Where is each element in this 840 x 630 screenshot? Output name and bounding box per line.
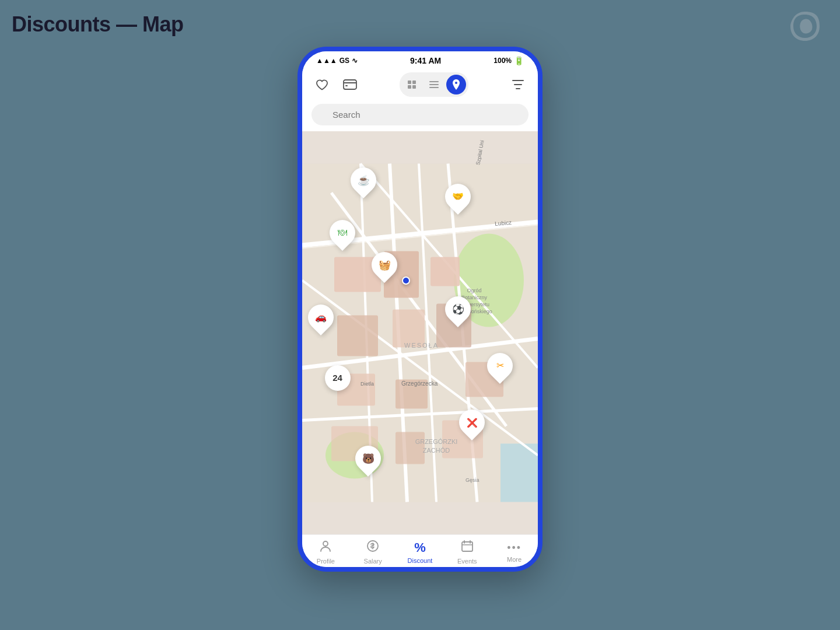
map-pin-food[interactable]: 🍽 xyxy=(330,220,355,246)
map-pin-coffee[interactable]: ☕ xyxy=(351,167,376,193)
svg-point-10 xyxy=(455,82,457,84)
map-pin-car[interactable]: 🚗 xyxy=(308,304,334,330)
svg-rect-5 xyxy=(408,85,411,89)
svg-rect-6 xyxy=(412,85,416,89)
list-view-button[interactable] xyxy=(424,75,444,94)
view-toggle-group xyxy=(400,72,468,97)
map-view-button[interactable] xyxy=(446,75,466,94)
map-view[interactable]: Lubicz Lubicz Szpital Uni Dietla Grzegór… xyxy=(302,131,538,534)
phone-frame: ▲▲▲ GS ∿ 9:41 AM 100% 🔋 xyxy=(298,47,542,572)
search-input[interactable] xyxy=(312,104,528,125)
search-wrapper: 🔍 xyxy=(312,104,528,125)
svg-text:Szpital Uni: Szpital Uni xyxy=(475,140,485,166)
status-battery: 100% 🔋 xyxy=(494,56,524,65)
events-icon xyxy=(461,540,474,556)
toolbar xyxy=(302,68,538,102)
svg-text:GRZEGÓRZKI: GRZEGÓRZKI xyxy=(415,438,458,445)
filter-button[interactable] xyxy=(508,74,528,95)
svg-rect-29 xyxy=(337,316,378,356)
battery-icon: 🔋 xyxy=(514,56,524,65)
page-title: Discounts — Map xyxy=(12,12,184,37)
search-bar-container: 🔍 xyxy=(302,102,538,131)
pin-number-label: 24 xyxy=(325,365,351,391)
nav-label-salary: Salary xyxy=(364,558,382,565)
map-pin-location-dot xyxy=(402,276,410,285)
svg-rect-3 xyxy=(408,80,411,84)
nav-item-profile[interactable]: Profile xyxy=(308,540,343,565)
svg-text:ZACHÓD: ZACHÓD xyxy=(423,447,450,454)
nav-item-events[interactable]: Events xyxy=(450,540,485,565)
svg-rect-4 xyxy=(412,80,416,84)
svg-text:Gęsia: Gęsia xyxy=(466,477,480,483)
profile-icon xyxy=(319,540,332,556)
status-time: 9:41 AM xyxy=(410,56,441,65)
map-pin-medical[interactable]: ❌ xyxy=(459,410,485,435)
svg-rect-2 xyxy=(345,85,348,86)
brand-logo-icon xyxy=(788,9,822,44)
status-bar: ▲▲▲ GS ∿ 9:41 AM 100% 🔋 xyxy=(302,51,538,68)
salary-icon xyxy=(366,540,379,556)
map-pin-sports[interactable]: ⚽ xyxy=(445,296,471,322)
toolbar-left-actions xyxy=(312,74,360,95)
nav-label-events: Events xyxy=(457,558,477,565)
more-icon: ••• xyxy=(507,542,522,554)
nav-label-discount: Discount xyxy=(408,557,433,564)
nav-label-more: More xyxy=(507,556,522,563)
map-pin-number24[interactable]: 24 xyxy=(325,365,351,391)
card-button[interactable] xyxy=(340,74,360,95)
signal-bars-icon: ▲▲▲ xyxy=(316,57,337,65)
discount-icon: % xyxy=(414,540,426,555)
svg-text:Grzegórzecka: Grzegórzecka xyxy=(401,380,438,387)
status-signal: ▲▲▲ GS ∿ xyxy=(316,57,358,65)
svg-text:WESOŁA: WESOŁA xyxy=(404,342,439,349)
battery-label: 100% xyxy=(494,57,512,65)
svg-point-52 xyxy=(323,541,328,546)
nav-label-profile: Profile xyxy=(317,558,335,565)
svg-text:Dietla: Dietla xyxy=(360,381,374,387)
svg-rect-0 xyxy=(344,80,356,89)
bottom-navigation: Profile Salary % Discount xyxy=(302,534,538,567)
nav-item-discount[interactable]: % Discount xyxy=(402,540,438,564)
map-pin-basket[interactable]: 🧺 xyxy=(372,252,397,278)
carrier-label: GS xyxy=(340,57,349,65)
wifi-icon: ∿ xyxy=(352,57,358,65)
map-pin-bear[interactable]: 🐻 xyxy=(355,446,381,471)
svg-rect-36 xyxy=(396,432,425,464)
grid-view-button[interactable] xyxy=(402,75,422,94)
map-pin-scissors[interactable]: ✂ xyxy=(487,353,513,379)
favorites-button[interactable] xyxy=(312,74,332,95)
svg-rect-54 xyxy=(462,542,473,551)
svg-text:Ogród: Ogród xyxy=(467,288,481,293)
nav-item-more[interactable]: ••• More xyxy=(497,542,532,563)
svg-rect-28 xyxy=(430,257,460,286)
map-pin-handshake[interactable]: 🤝 xyxy=(445,184,471,209)
nav-item-salary[interactable]: Salary xyxy=(355,540,390,565)
